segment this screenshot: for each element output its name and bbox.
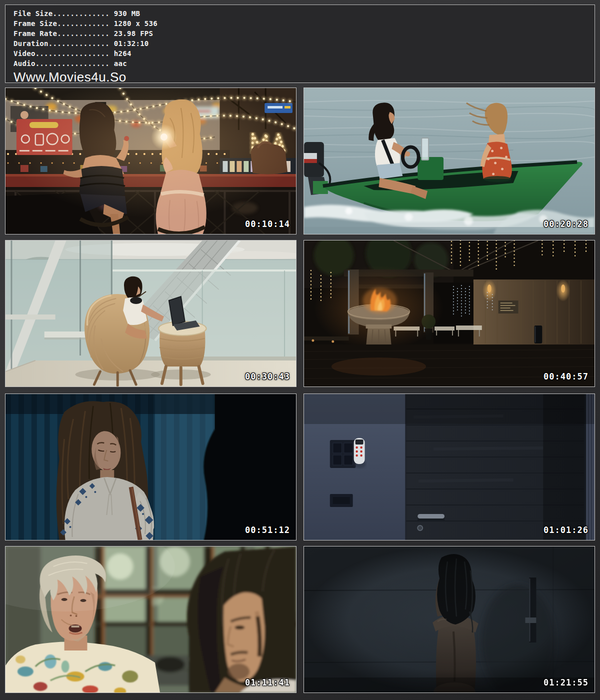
screenshot-two-men: 01:11:41 (5, 546, 296, 693)
shower-art (304, 546, 594, 692)
file-info-panel: File Size............. 930 MB Frame Size… (5, 4, 595, 83)
screenshot-courtyard: 00:40:57 (304, 240, 595, 387)
audio-codec-line: Audio................. aac (14, 58, 594, 68)
timestamp-badge: 00:30:43 (245, 372, 290, 382)
screenshot-blouse-woman: 00:51:12 (5, 394, 296, 540)
blouse-woman-art (6, 394, 296, 540)
video-codec-line: Video................. h264 (14, 48, 594, 58)
dark-door-art (304, 394, 594, 540)
timestamp-badge: 01:01:26 (544, 525, 588, 535)
screenshot-balcony: 00:30:43 (5, 240, 296, 387)
timestamp-badge: 00:20:28 (544, 219, 588, 229)
timestamp-badge: 00:10:14 (245, 219, 290, 229)
courtyard-art (304, 240, 594, 386)
media-screens-sheet: File Size............. 930 MB Frame Size… (0, 0, 600, 700)
timestamp-badge: 00:51:12 (245, 525, 290, 535)
screenshot-speedboat: 00:20:28 (304, 88, 595, 234)
timestamp-badge: 00:40:57 (544, 372, 588, 382)
timestamp-badge: 01:21:55 (544, 678, 588, 688)
frame-rate-line: Frame Rate............ 23.98 FPS (14, 28, 594, 38)
speedboat-art (304, 88, 594, 234)
frame-size-line: Frame Size............ 1280 x 536 (14, 18, 594, 28)
balcony-art (6, 240, 296, 386)
screenshot-shower: 01:21:55 (304, 546, 595, 693)
timestamp-badge: 01:11:41 (245, 678, 290, 688)
two-men-art (6, 546, 296, 692)
night-market-art (6, 88, 296, 234)
site-watermark: Www.Movies4u.So (14, 70, 594, 85)
screenshot-dark-door: 01:01:26 (304, 394, 595, 540)
duration-line: Duration.............. 01:32:10 (14, 38, 594, 48)
screenshot-night-market: 00:10:14 (5, 88, 296, 234)
file-size-line: File Size............. 930 MB (14, 8, 594, 18)
